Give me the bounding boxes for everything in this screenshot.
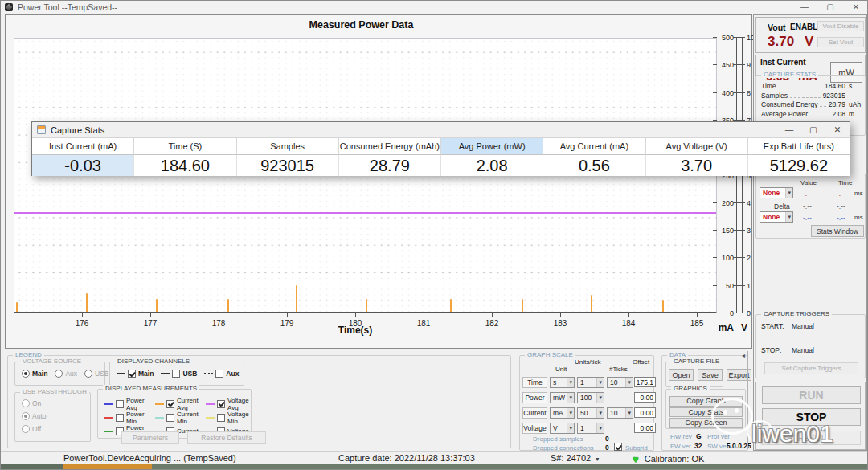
v-tick-label: 2	[747, 254, 751, 262]
ma-axis-unit-label: mA	[708, 322, 734, 333]
cursor-1-select[interactable]: None ▾	[760, 187, 793, 198]
offset-field[interactable]: 175.1	[634, 377, 656, 387]
stop-button[interactable]: STOP	[762, 408, 861, 426]
restore-defaults-button[interactable]: Restore Defaults	[187, 431, 266, 444]
v-axis-tick	[739, 257, 745, 258]
stats-column-header[interactable]: Avg Power (mW)	[441, 138, 543, 155]
measurement-checkbox[interactable]	[217, 400, 225, 408]
stats-window-button[interactable]: Stats Window	[811, 225, 864, 237]
stats-column-header[interactable]: Avg Voltage (V)	[646, 138, 748, 155]
capture-file-button[interactable]: Open	[669, 369, 694, 381]
units-per-tick-select[interactable]: 100▾	[577, 392, 604, 403]
scale-row-label: Voltage	[522, 423, 547, 434]
subgrid-checkbox[interactable]	[614, 443, 622, 451]
usb-passthrough-option[interactable]: Off	[22, 425, 47, 433]
displayed-measurement[interactable]: Power Min	[104, 411, 155, 425]
voltage-source-label: VOLTAGE SOURCE	[20, 358, 84, 365]
prot-ver-label: Prot ver	[707, 433, 730, 440]
displayed-measurement[interactable]: Current Avg	[155, 397, 206, 411]
ticks-select[interactable]: 10▾	[607, 407, 633, 419]
v-axis-tick	[739, 202, 745, 203]
displayed-measurement[interactable]: Current Min	[155, 411, 206, 425]
displayed-channel[interactable]: Aux	[204, 370, 239, 378]
voltage-source-option[interactable]: USB	[84, 370, 108, 378]
offset-field[interactable]: 0.00	[634, 392, 656, 403]
capture-stats-dialog: Capture Stats — ▢ ✕ Inst Current (mA)Tim…	[31, 121, 850, 176]
stats-column-header[interactable]: Time (S)	[134, 138, 236, 155]
graphics-button[interactable]: Copy Screen	[669, 418, 743, 428]
x-tick-label: 183	[547, 319, 573, 328]
reset-button[interactable]: RESET	[762, 431, 861, 445]
y-axis-tick-row: 1002	[713, 254, 758, 262]
stats-column-header[interactable]: Inst Current (mA)	[32, 138, 134, 155]
delta-value: -.--	[803, 202, 812, 210]
units-per-tick-select[interactable]: 1▾	[577, 377, 604, 388]
graphics-button[interactable]: Copy Stats	[669, 407, 743, 418]
dialog-close-icon[interactable]: ✕	[825, 122, 850, 137]
voltage-source-option[interactable]: Aux	[55, 370, 77, 378]
usb-passthrough-option[interactable]: Auto	[22, 412, 47, 420]
radio-button[interactable]	[22, 425, 30, 433]
channel-checkbox[interactable]	[128, 370, 136, 378]
displayed-measurement[interactable]: Voltage Avg	[206, 397, 256, 411]
dialog-minimize-icon[interactable]: —	[777, 122, 801, 137]
serial-number-dropdown[interactable]: S#: 24702 ▾	[551, 453, 599, 463]
unit-select[interactable]: mW▾	[550, 392, 575, 403]
radio-button[interactable]	[22, 412, 30, 420]
unit-select[interactable]: V▾	[550, 423, 575, 434]
unit-select[interactable]: mA▾	[550, 407, 575, 419]
displayed-channel[interactable]: Main	[117, 370, 154, 378]
x-tick-label: 182	[479, 319, 505, 328]
radio-button[interactable]	[22, 370, 30, 378]
displayed-measurement[interactable]: Voltage Min	[206, 411, 256, 425]
inst-current-label: Inst Current	[760, 58, 806, 67]
stats-column-header[interactable]: Exp Batt Life (hrs)	[748, 138, 850, 155]
channel-checkbox[interactable]	[215, 370, 223, 378]
units-per-tick-select[interactable]: 1▾	[577, 423, 604, 434]
cursor-2-time-unit: ms	[854, 214, 863, 221]
graphics-button[interactable]: Copy Graph	[669, 396, 743, 407]
set-capture-triggers-button[interactable]: Set Capture Triggers	[764, 362, 858, 374]
parameters-button[interactable]: Parameters	[121, 431, 179, 444]
capture-stat-row: Time184.60s	[761, 82, 862, 92]
ticks-select[interactable]: 10▾	[607, 377, 633, 388]
set-vout-button[interactable]: Set Vout	[817, 37, 864, 47]
offset-field[interactable]: 0.00	[634, 423, 656, 433]
stats-column-header[interactable]: Avg Current (mA)	[543, 138, 645, 155]
collapse-left-icon[interactable]: ◂	[742, 352, 745, 359]
displayed-channel[interactable]: USB	[161, 370, 197, 378]
dialog-maximize-icon[interactable]: ▢	[801, 122, 825, 137]
close-icon[interactable]: ✕	[843, 1, 868, 14]
radio-button[interactable]	[84, 370, 92, 378]
measurement-checkbox[interactable]	[166, 400, 174, 408]
run-button[interactable]: RUN	[762, 386, 861, 404]
usb-passthrough-option[interactable]: On	[22, 399, 47, 407]
maximize-icon[interactable]: ▢	[817, 1, 843, 14]
serial-number-text: S#: 24702	[551, 453, 591, 463]
displayed-measurement[interactable]: Power Avg	[104, 397, 155, 411]
ma-tick-label: 150	[715, 227, 734, 235]
unit-select[interactable]: s▾	[550, 377, 575, 388]
radio-button[interactable]	[22, 399, 30, 407]
stats-column-header[interactable]: Samples	[237, 138, 339, 155]
radio-button[interactable]	[55, 370, 63, 378]
graph-scale-row: VoltageV▾1▾0.00	[522, 422, 656, 434]
minimize-icon[interactable]: —	[792, 1, 817, 14]
chevron-down-icon: ▾	[567, 378, 574, 387]
stats-column-header[interactable]: Consumed Energy (mAh)	[339, 138, 441, 155]
measurement-checkbox[interactable]	[116, 414, 124, 422]
vout-disable-button[interactable]: Vout Disable	[817, 21, 864, 31]
offset-field[interactable]: 0.00	[634, 407, 656, 418]
x-axis-tick	[82, 313, 83, 317]
cursor-2-select[interactable]: None ▾	[760, 211, 793, 223]
units-per-tick-select[interactable]: 50▾	[577, 407, 604, 419]
panel-splitter[interactable]	[747, 351, 748, 449]
measurement-checkbox[interactable]	[217, 414, 225, 422]
voltage-source-option[interactable]: Main	[22, 370, 47, 378]
chevron-down-icon: ▾	[596, 393, 604, 403]
dialog-title-bar[interactable]: Capture Stats — ▢ ✕	[32, 122, 850, 138]
capture-file-button[interactable]: Save	[698, 369, 723, 381]
measurement-checkbox[interactable]	[166, 414, 174, 422]
measurement-checkbox[interactable]	[116, 400, 124, 408]
channel-checkbox[interactable]	[172, 370, 180, 378]
